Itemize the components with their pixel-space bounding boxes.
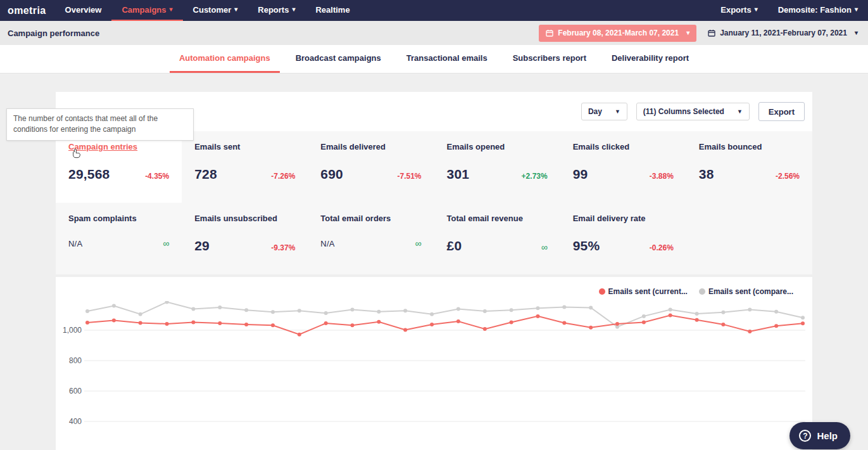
tab-transactional-emails[interactable]: Transactional emails: [397, 45, 497, 73]
compare-date-range-label: January 11, 2021-February 07, 2021: [720, 29, 847, 37]
metric-value: 29: [194, 238, 210, 254]
metric-cell-email-delivery-rate[interactable]: Email delivery rate 95% -0.26%: [560, 203, 686, 274]
tab-deliverability-report[interactable]: Deliverability report: [602, 45, 698, 73]
nav-item-realtime[interactable]: Realtime: [305, 0, 360, 21]
svg-text:600: 600: [69, 387, 82, 395]
metric-delta: -0.26%: [650, 243, 674, 252]
tab-subscribers-report[interactable]: Subscribers report: [503, 45, 596, 73]
metric-cell-emails-delivered[interactable]: Emails delivered 690 -7.51%: [308, 131, 434, 203]
chart-card: Emails sent (current... Emails sent (com…: [56, 277, 812, 450]
columns-select[interactable]: (11) Columns Selected ▼: [636, 103, 750, 120]
svg-text:800: 800: [69, 356, 82, 365]
metric-delta: +2.73%: [522, 172, 548, 181]
legend-item-compare[interactable]: Emails sent (compare...: [699, 287, 793, 296]
svg-text:400: 400: [69, 417, 82, 426]
metric-delta: -9.37%: [271, 243, 295, 252]
navbar-right: Exports Demosite: Fashion: [710, 0, 868, 21]
metric-label[interactable]: Campaign entries: [68, 142, 169, 151]
metric-cell-emails-bounced[interactable]: Emails bounced 38 -2.56%: [686, 131, 812, 203]
metric-label[interactable]: Total email orders: [320, 214, 421, 223]
metric-tooltip: The number of contacts that meet all of …: [6, 108, 194, 141]
metric-value: 728: [194, 167, 217, 182]
help-button[interactable]: Help: [789, 422, 850, 449]
metric-cell-emails-clicked[interactable]: Emails clicked 99 -3.88%: [560, 131, 686, 203]
metric-label[interactable]: Emails unsubscribed: [194, 214, 295, 223]
metric-value: N/A: [320, 239, 334, 248]
nav-item-campaigns[interactable]: Campaigns: [111, 0, 182, 21]
svg-text:1,000: 1,000: [63, 326, 82, 335]
report-tabs: Automation campaigns Broadcast campaigns…: [0, 45, 868, 74]
metric-delta: -3.88%: [650, 172, 674, 181]
metric-delta: -2.56%: [776, 172, 800, 181]
metric-cell-total-email-revenue[interactable]: Total email revenue £0 ∞: [434, 203, 560, 274]
sub-header: Campaign performance February 08, 2021-M…: [0, 21, 868, 45]
metric-value: N/A: [68, 239, 82, 248]
page-title: Campaign performance: [8, 29, 99, 38]
metric-delta: ∞: [541, 242, 548, 252]
metric-value: 301: [447, 167, 470, 182]
metric-value: 690: [320, 167, 343, 182]
metric-label[interactable]: Emails opened: [447, 142, 548, 151]
interval-select-value: Day: [588, 107, 602, 116]
interval-select[interactable]: Day ▼: [581, 103, 627, 120]
chevron-down-icon: ▼: [615, 108, 620, 115]
metric-value: 29,568: [68, 167, 110, 182]
export-button[interactable]: Export: [758, 102, 805, 121]
metric-delta: ∞: [163, 238, 169, 248]
legend-label: Emails sent (compare...: [708, 287, 793, 296]
metric-cell-emails-unsubscribed[interactable]: Emails unsubscribed 29 -9.37%: [182, 203, 308, 274]
metric-cell-emails-opened[interactable]: Emails opened 301 +2.73%: [434, 131, 560, 203]
nav-item-overview[interactable]: Overview: [55, 0, 112, 21]
compare-date-range-picker[interactable]: January 11, 2021-February 07, 2021: [705, 29, 860, 37]
metric-value: 99: [573, 167, 588, 182]
metric-cell-spam-complaints[interactable]: Spam complaints N/A ∞: [56, 203, 182, 274]
site-switcher[interactable]: Demosite: Fashion: [768, 0, 868, 21]
metric-label[interactable]: Emails sent: [194, 142, 295, 151]
hand-cursor-icon: [71, 148, 80, 162]
metric-delta: -4.35%: [145, 172, 169, 181]
metric-value: £0: [447, 238, 462, 254]
primary-date-range-picker[interactable]: February 08, 2021-March 07, 2021: [539, 25, 696, 42]
help-label: Help: [817, 430, 838, 441]
metric-label[interactable]: Emails bounced: [699, 142, 800, 151]
metric-cell-campaign-entries[interactable]: Campaign entries 29,568 -4.35%: [56, 131, 182, 203]
metric-label[interactable]: Emails delivered: [320, 142, 421, 151]
calendar-icon: [708, 29, 715, 37]
nav-item-exports[interactable]: Exports: [710, 0, 767, 21]
legend-dot-compare: [699, 288, 705, 295]
metric-delta: -7.51%: [397, 172, 421, 181]
tab-broadcast-campaigns[interactable]: Broadcast campaigns: [286, 45, 391, 73]
metric-value: 38: [699, 167, 714, 182]
chevron-down-icon: ▼: [737, 108, 743, 115]
metric-delta: ∞: [415, 238, 422, 248]
metric-label[interactable]: Total email revenue: [447, 214, 548, 223]
metric-value: 95%: [573, 238, 600, 254]
metric-label[interactable]: Emails clicked: [573, 142, 674, 151]
legend-label: Emails sent (current...: [608, 287, 688, 296]
metric-label[interactable]: Email delivery rate: [573, 214, 674, 223]
primary-date-range-label: February 08, 2021-March 07, 2021: [558, 29, 679, 37]
top-navbar: ometria Overview Campaigns Customer Repo…: [0, 0, 868, 21]
ometria-logo[interactable]: ometria: [0, 0, 55, 21]
metric-delta: -7.26%: [271, 172, 295, 181]
metric-cell-emails-sent[interactable]: Emails sent 728 -7.26%: [182, 131, 308, 203]
tab-automation-campaigns[interactable]: Automation campaigns: [170, 45, 280, 73]
metrics-grid: Campaign entries 29,568 -4.35% Emails se…: [56, 131, 812, 274]
nav-item-reports[interactable]: Reports: [248, 0, 305, 21]
nav-item-customer[interactable]: Customer: [183, 0, 248, 21]
chart-legend: Emails sent (current... Emails sent (com…: [56, 277, 812, 296]
legend-item-current[interactable]: Emails sent (current...: [599, 287, 688, 296]
metric-cell-empty: [686, 203, 812, 274]
emails-sent-line-chart: 1,000800600400: [56, 301, 812, 450]
metric-label[interactable]: Spam complaints: [68, 214, 169, 223]
columns-select-value: (11) Columns Selected: [643, 107, 724, 116]
calendar-icon: [546, 29, 553, 37]
metric-cell-total-email-orders[interactable]: Total email orders N/A ∞: [308, 203, 434, 274]
question-mark-icon: [799, 430, 811, 442]
legend-dot-current: [599, 288, 605, 295]
